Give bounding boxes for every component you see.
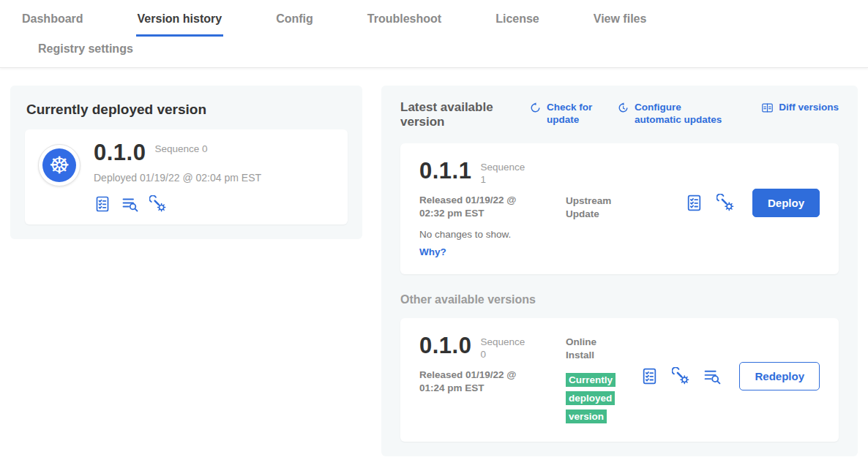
deployed-card-actions [94,195,261,213]
sequence-label: Sequence 0 [480,336,525,361]
version-number: 0.1.1 [419,159,471,182]
deployed-version-card: ☸ 0.1.0 Sequence 0 Deployed 01/19/22 @ 0… [25,129,348,224]
sequence-label: Sequence 0 [154,143,207,156]
latest-card-actions: Deploy [685,189,820,217]
kubernetes-helm-icon: ☸ [42,148,76,182]
nav-row-primary: Dashboard Version history Config Trouble… [0,3,868,37]
latest-available-title: Latest available version [400,100,510,130]
diff-versions-link[interactable]: Diff versions [761,102,839,114]
deploy-logs-icon[interactable] [703,367,722,385]
deployed-timestamp: Deployed 01/19/22 @ 02:04 pm EST [94,172,261,184]
check-for-update-link[interactable]: Check for update [529,102,598,127]
admin-console: Dashboard Version history Config Trouble… [0,0,868,468]
redeploy-button[interactable]: Redeploy [739,362,820,390]
configure-automatic-updates-link[interactable]: Configure automatic updates [617,102,728,127]
other-version-middle: Online Install Currently deployed versio… [566,334,633,426]
version-row: 0.1.0 Sequence 0 [419,334,566,361]
tab-license[interactable]: License [494,3,541,37]
refresh-icon [529,102,542,114]
why-link[interactable]: Why? [419,246,446,257]
deployed-card-body: 0.1.0 Sequence 0 Deployed 01/19/22 @ 02:… [94,141,261,213]
schedule-icon [617,102,629,114]
tab-version-history[interactable]: Version history [136,3,224,37]
tab-config[interactable]: Config [274,3,315,37]
released-timestamp: Released 01/19/22 @ 01:24 pm EST [419,369,525,395]
configure-automatic-updates-label: Configure automatic updates [635,102,728,127]
tab-registry-settings[interactable]: Registry settings [37,37,135,67]
latest-version-header: Latest available version Check for updat… [400,100,839,130]
config-icon[interactable] [717,194,735,212]
main-content: Currently deployed version ☸ 0.1.0 Seque… [0,68,868,468]
version-row: 0.1.0 Sequence 0 [94,141,261,164]
other-versions-title: Other available versions [400,293,839,306]
preflight-checks-icon[interactable] [685,194,703,212]
latest-version-info: 0.1.1 Sequence 1 Released 01/19/22 @ 02:… [419,159,566,258]
top-navigation: Dashboard Version history Config Trouble… [0,0,868,68]
diff-icon [761,102,774,114]
config-icon[interactable] [672,367,690,385]
deploy-button[interactable]: Deploy [752,189,820,217]
nav-row-secondary: Registry settings [0,37,868,67]
preflight-checks-icon[interactable] [94,195,111,213]
sequence-label: Sequence 1 [480,162,525,186]
tab-dashboard[interactable]: Dashboard [20,3,85,37]
other-card-actions: Redeploy [640,362,820,390]
available-versions-panel: Latest available version Check for updat… [381,86,858,456]
other-version-info: 0.1.0 Sequence 0 Released 01/19/22 @ 01:… [419,334,566,395]
currently-deployed-badge: Currently deployed version [566,373,616,423]
released-timestamp: Released 01/19/22 @ 02:32 pm EST [419,194,525,220]
version-number: 0.1.0 [94,141,146,164]
tab-troubleshoot[interactable]: Troubleshoot [366,3,443,37]
currently-deployed-title: Currently deployed version [26,102,348,118]
tab-view-files[interactable]: View files [592,3,648,37]
kubernetes-logo: ☸ [38,144,81,186]
preflight-checks-icon[interactable] [640,367,659,385]
version-source-label: Online Install [566,336,606,362]
version-source-label: Upstream Update [566,195,618,221]
currently-deployed-badge-wrap: Currently deployed version [566,371,626,425]
currently-deployed-panel: Currently deployed version ☸ 0.1.0 Seque… [10,86,362,239]
other-version-card: 0.1.0 Sequence 0 Released 01/19/22 @ 01:… [400,318,839,442]
deploy-logs-icon[interactable] [121,195,139,213]
config-icon[interactable] [149,195,167,213]
latest-version-card: 0.1.1 Sequence 1 Released 01/19/22 @ 02:… [400,143,839,274]
no-changes-text: No changes to show. [419,229,566,240]
check-for-update-label: Check for update [547,102,598,127]
version-row: 0.1.1 Sequence 1 [419,159,566,186]
version-number: 0.1.0 [419,334,471,357]
diff-versions-label: Diff versions [779,102,839,114]
